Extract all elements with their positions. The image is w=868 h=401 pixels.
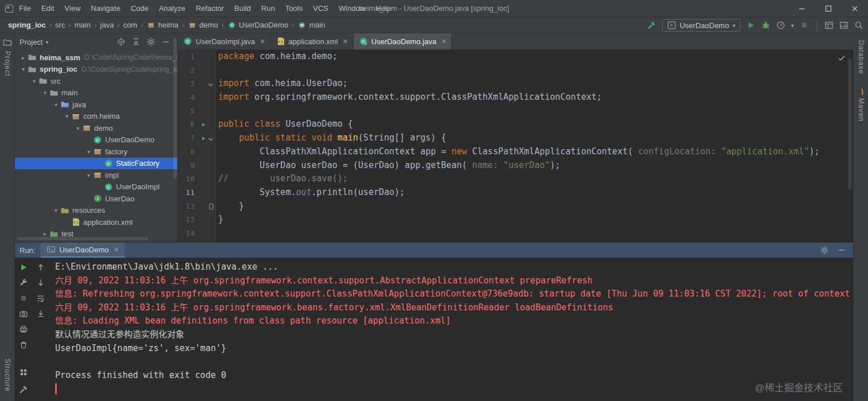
print-console-icon[interactable]: [19, 325, 28, 334]
console-line-9[interactable]: Process finished with exit code 0: [55, 369, 853, 383]
breadcrumb-demo[interactable]: demo: [188, 21, 218, 30]
inspection-ok-icon[interactable]: [837, 53, 846, 63]
structure-strip-label[interactable]: Structure: [3, 359, 11, 392]
chevron-down-icon[interactable]: ▾: [30, 78, 38, 84]
breadcrumb-heima[interactable]: heima: [146, 21, 178, 30]
restore-layout-icon[interactable]: [824, 21, 834, 30]
code-line-7[interactable]: public static void main(String[] args) {: [218, 131, 853, 145]
tree-item-userdaoimpl[interactable]: CUserDaoImpl: [15, 181, 177, 193]
breadcrumb-src[interactable]: src: [55, 21, 65, 29]
tree-item-userdaodemo[interactable]: CUserDaoDemo: [15, 134, 177, 146]
code-line-12[interactable]: }: [218, 200, 853, 213]
code-line-6[interactable]: public class UserDaoDemo {: [218, 118, 853, 131]
tree-item-com-heima[interactable]: ▾com.heima: [15, 111, 177, 123]
chevron-down-icon[interactable]: ▾: [19, 66, 28, 72]
breadcrumb-main[interactable]: mmain: [297, 21, 325, 30]
tree-item-factory[interactable]: ▾factory: [15, 146, 177, 158]
tool-windows-icon[interactable]: [839, 21, 848, 30]
breadcrumb-java[interactable]: java: [100, 21, 114, 29]
fold-icon[interactable]: [207, 135, 214, 145]
close-button[interactable]: [842, 0, 868, 17]
run-config-select[interactable]: UserDaoDemo▾: [662, 19, 741, 32]
editor-body[interactable]: 1234567891011121314 package com.heima.de…: [178, 50, 853, 242]
run-tab-userdaodemo[interactable]: UserDaoDemo ×: [41, 243, 124, 258]
editor-scrollbar[interactable]: [848, 58, 852, 190]
code-line-10[interactable]: // userDao.save();: [218, 172, 853, 186]
menu-analyze[interactable]: Analyze: [154, 0, 191, 17]
stop-run-button[interactable]: [19, 294, 28, 303]
fold-icon[interactable]: [207, 80, 214, 91]
run-button[interactable]: [746, 21, 755, 30]
console-line-5[interactable]: 信息: Loading XML bean definitions from cl…: [55, 314, 853, 328]
code-line-2[interactable]: [218, 64, 853, 77]
console-line-7[interactable]: UserDaoImpl{name='zs', sex='man'}: [55, 342, 853, 356]
menu-file[interactable]: File: [14, 0, 36, 17]
close-tab-icon[interactable]: ×: [441, 37, 446, 45]
stop-button[interactable]: [800, 21, 809, 30]
console-line-4[interactable]: 六月 09, 2022 11:03:16 上午 org.springframew…: [55, 301, 853, 315]
breadcrumb-spring-ioc[interactable]: spring_ioc: [8, 21, 46, 29]
hide-panel-icon[interactable]: [161, 37, 170, 46]
maven-strip-label[interactable]: Maven: [857, 98, 865, 122]
favorites-toolwindow-icon[interactable]: [19, 368, 28, 377]
console-line-8[interactable]: [55, 355, 853, 369]
menu-edit[interactable]: Edit: [36, 0, 59, 17]
tree-item-main[interactable]: ▾main: [15, 87, 177, 99]
minimize-button[interactable]: [789, 0, 815, 17]
build-toolwindow-icon[interactable]: [19, 385, 28, 394]
code-line-14[interactable]: [218, 227, 853, 240]
tree-item-demo[interactable]: ▾demo: [15, 122, 177, 134]
close-tab-icon[interactable]: ×: [343, 37, 348, 45]
close-run-tab-icon[interactable]: ×: [114, 246, 118, 254]
next-occurrence-icon[interactable]: [36, 278, 45, 287]
close-tab-icon[interactable]: ×: [260, 37, 265, 45]
project-toolwindow-icon[interactable]: [3, 38, 12, 47]
tab-userdaodemo-java[interactable]: CUserDaoDemo.java×: [354, 33, 452, 49]
code-line-3[interactable]: import com.heima.UserDao;: [218, 77, 853, 91]
tree-item-userdao[interactable]: IUserDao: [15, 193, 177, 205]
console-line-6[interactable]: 默认情况通过无参构造实例化对象: [55, 328, 853, 342]
run-line-icon[interactable]: [199, 120, 208, 129]
chevron-down-icon[interactable]: ▾: [52, 102, 60, 108]
project-strip-label[interactable]: Project: [3, 51, 11, 76]
chevron-down-icon[interactable]: ▾: [41, 89, 49, 96]
tab-userdaoimpl-java[interactable]: CUserDaoImpl.java×: [178, 33, 271, 49]
collapse-all-icon[interactable]: [131, 37, 141, 46]
soft-wrap-icon[interactable]: [36, 294, 45, 303]
run-line-icon[interactable]: [199, 134, 208, 143]
menu-vcs[interactable]: VCS: [308, 0, 334, 17]
code-line-1[interactable]: package com.heima.demo;: [218, 50, 853, 64]
rerun-button[interactable]: [19, 263, 28, 272]
code-line-5[interactable]: [218, 104, 853, 118]
console-caret-line[interactable]: [55, 382, 853, 396]
tree-horizontal-scrollbar[interactable]: [17, 237, 148, 240]
code-line-11[interactable]: System.out.println(userDao);: [218, 186, 853, 200]
profiler-button[interactable]: [776, 21, 785, 30]
locate-file-icon[interactable]: [117, 37, 126, 46]
code-line-8[interactable]: ClassPathXmlApplicationContext app = new…: [218, 145, 853, 159]
maximize-button[interactable]: [815, 0, 842, 17]
chevron-right-icon[interactable]: ▸: [19, 54, 28, 61]
menu-code[interactable]: Code: [126, 0, 154, 17]
console-line-3[interactable]: 信息: Refreshing org.springframework.conte…: [55, 287, 853, 301]
tree-vertical-scrollbar[interactable]: [173, 38, 177, 178]
chevron-down-icon[interactable]: ▾: [84, 149, 93, 155]
breadcrumb-com[interactable]: com: [123, 21, 138, 29]
chevron-down-icon[interactable]: ▾: [73, 125, 82, 131]
clear-console-icon[interactable]: [19, 340, 28, 349]
tree-item-application-xml[interactable]: application.xml: [15, 216, 177, 228]
console-line-2[interactable]: 六月 09, 2022 11:03:16 上午 org.springframew…: [55, 274, 853, 288]
project-view-select[interactable]: Project ▾: [20, 38, 49, 46]
chevron-right-icon[interactable]: ▸: [41, 231, 49, 237]
code-line-4[interactable]: import org.springframework.context.suppo…: [218, 91, 853, 104]
menu-build[interactable]: Build: [229, 0, 256, 17]
thread-dump-icon[interactable]: [19, 309, 28, 318]
prev-occurrence-icon[interactable]: [36, 263, 45, 272]
console-line-1[interactable]: E:\Environment\Java\jdk1.8\bin\java.exe …: [55, 260, 853, 274]
debug-button[interactable]: [761, 21, 770, 30]
edit-configuration-icon[interactable]: [19, 278, 28, 287]
hide-run-panel-icon[interactable]: [837, 246, 846, 255]
menu-view[interactable]: View: [59, 0, 86, 17]
breadcrumb-userdaodemo[interactable]: CUserDaoDemo: [227, 21, 288, 30]
tree-item-resources[interactable]: ▾resources: [15, 205, 177, 217]
